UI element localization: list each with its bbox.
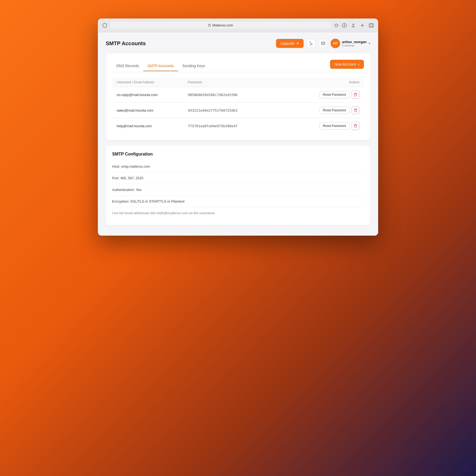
reset-password-button-2[interactable]: Reset Password xyxy=(319,122,349,130)
download-icon[interactable] xyxy=(342,23,347,28)
upgrade-label: Upgrade xyxy=(280,41,295,45)
user-role: Customer xyxy=(342,44,367,47)
config-row-0: Host: smtp.maileroo.com xyxy=(112,161,364,172)
mail-icon-btn[interactable] xyxy=(318,39,328,48)
new-account-button[interactable]: New Account + xyxy=(330,60,364,69)
table-row: help@mail.hounta.com f75701ea0fa94e975b2… xyxy=(112,118,364,134)
svg-rect-3 xyxy=(370,24,373,26)
url-text: Maileroo.com xyxy=(212,23,233,27)
row-email-2: help@mail.hounta.com xyxy=(112,118,184,134)
top-header: SMTP Accounts Upgrade ✦ xyxy=(106,39,370,48)
share-icon[interactable] xyxy=(351,23,356,28)
new-account-label: New Account xyxy=(334,62,356,66)
col-header-email: Username / Email Address xyxy=(112,78,184,87)
user-section[interactable]: AR arthur_morgan Customer ▾ xyxy=(331,39,370,48)
new-tab-icon[interactable] xyxy=(360,23,365,28)
reload-icon[interactable] xyxy=(334,23,339,28)
shield-icon xyxy=(102,23,107,28)
address-bar[interactable]: Maileroo.com xyxy=(110,22,331,29)
delete-button-0[interactable] xyxy=(351,91,359,99)
row-password-2: f75701ea0fa94e975b288e47 xyxy=(184,118,282,134)
svg-rect-2 xyxy=(369,24,373,27)
moon-icon-btn[interactable] xyxy=(306,39,316,48)
lock-icon xyxy=(208,24,211,27)
reset-password-button-1[interactable]: Reset Password xyxy=(319,107,349,114)
smtp-config-title: SMTP Configuration xyxy=(112,152,364,157)
row-password-1: 933121ed4e27f51fb8725db3 xyxy=(184,103,282,118)
tabs-row: DNS Records SMTP Accounts Sending Keys N… xyxy=(112,60,364,72)
col-header-password: Password xyxy=(184,78,282,87)
row-actions-0: Reset Password xyxy=(282,87,364,103)
accounts-table: Username / Email Address Password Action… xyxy=(112,77,364,134)
header-right: Upgrade ✦ AR arthur_ xyxy=(276,39,370,48)
browser-window: Maileroo.com xyxy=(98,19,378,236)
page-title: SMTP Accounts xyxy=(106,40,146,47)
delete-button-2[interactable] xyxy=(351,122,359,130)
tab-smtp-accounts[interactable]: SMTP Accounts xyxy=(143,61,178,71)
upgrade-sparkle-icon: ✦ xyxy=(296,41,299,45)
tabs-list: DNS Records SMTP Accounts Sending Keys xyxy=(112,61,209,71)
config-row-1: Port: 465, 587, 2525 xyxy=(112,172,364,184)
upgrade-button[interactable]: Upgrade ✦ xyxy=(276,39,304,48)
tab-dns-records[interactable]: DNS Records xyxy=(112,61,143,71)
row-actions-2: Reset Password xyxy=(282,118,364,134)
table-row: no.reply@mail.hounta.com 9058b8620d106c7… xyxy=(112,87,364,103)
col-header-actions: Actions xyxy=(282,78,364,87)
config-row-4: Use full email addresses like hello@mail… xyxy=(112,207,364,219)
row-actions-1: Reset Password xyxy=(282,103,364,118)
svg-rect-4 xyxy=(322,42,325,45)
new-account-plus-icon: + xyxy=(358,62,360,66)
tab-sending-keys[interactable]: Sending Keys xyxy=(178,61,209,71)
username: arthur_morgan xyxy=(342,40,367,44)
svg-rect-0 xyxy=(208,25,210,27)
table-row: sales@mail.hounta.com 933121ed4e27f51fb8… xyxy=(112,103,364,118)
chevron-down-icon: ▾ xyxy=(369,42,370,45)
app-content: SMTP Accounts Upgrade ✦ xyxy=(98,32,378,236)
browser-toolbar xyxy=(342,23,374,28)
avatar: AR xyxy=(331,39,340,48)
row-email-1: sales@mail.hounta.com xyxy=(112,103,184,118)
smtp-config-card: SMTP Configuration Host: smtp.maileroo.c… xyxy=(106,145,370,225)
config-row-2: Authentication: Yes xyxy=(112,184,364,196)
browser-chrome: Maileroo.com xyxy=(98,19,378,32)
row-email-0: no.reply@mail.hounta.com xyxy=(112,87,184,103)
table-header-row: Username / Email Address Password Action… xyxy=(112,78,364,87)
reset-password-button-0[interactable]: Reset Password xyxy=(319,91,349,98)
main-card: DNS Records SMTP Accounts Sending Keys N… xyxy=(106,53,370,140)
config-row-3: Encryption: SSL/TLS or STARTTLS or Plain… xyxy=(112,196,364,207)
user-info: arthur_morgan Customer xyxy=(342,40,367,47)
delete-button-1[interactable] xyxy=(351,106,359,114)
config-rows: Host: smtp.maileroo.comPort: 465, 587, 2… xyxy=(112,161,364,219)
row-password-0: 9058b8620d106c7d62ed339b xyxy=(184,87,282,103)
tabs-icon[interactable] xyxy=(369,23,374,28)
